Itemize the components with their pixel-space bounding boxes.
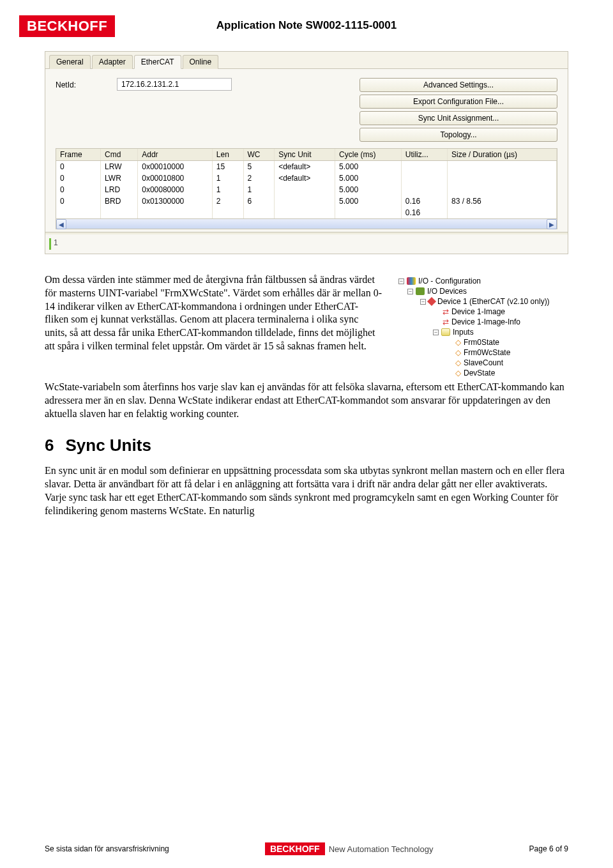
frame-table: FrameCmdAddrLenWCSync UnitCycle (ms)Util… [56, 149, 557, 218]
table-row[interactable]: 0BRD0x01300000265.0000.1683 / 8.56 [56, 195, 557, 207]
column-header[interactable]: Addr [138, 149, 213, 161]
paragraph-2: WcState-variabeln som återfinns hos varj… [45, 381, 568, 420]
table-cell [101, 207, 138, 218]
table-cell [447, 172, 556, 184]
table-row[interactable]: 0.16 [56, 207, 557, 218]
collapse-icon[interactable]: − [420, 299, 426, 305]
footer-tagline: New Automation Technology [329, 844, 434, 854]
table-cell: LRW [101, 161, 138, 173]
table-cell: 0.16 [401, 207, 447, 218]
table-cell: 15 [212, 161, 243, 173]
table-cell [447, 207, 556, 218]
tree-item[interactable]: −Inputs [398, 327, 566, 337]
table-cell: 5.000 [335, 195, 402, 207]
section-title: Sync Units [65, 436, 151, 455]
table-cell [275, 184, 335, 195]
netid-label: NetId: [56, 78, 100, 89]
tree-item-label: SlaveCount [464, 358, 503, 367]
footer-logo: BECKHOFF [265, 842, 325, 855]
collapse-icon[interactable]: − [398, 278, 404, 284]
collapse-icon[interactable]: − [433, 330, 439, 335]
tab-ethercat[interactable]: EtherCAT [134, 55, 181, 69]
table-cell: 1 [212, 184, 243, 195]
tree-item[interactable]: ◇DevState [398, 368, 566, 378]
table-cell: 5.000 [335, 161, 402, 173]
tree-item-label: Device 1-Image [451, 307, 505, 316]
paragraph-1: Om dessa värden inte stämmer med de åter… [45, 273, 382, 353]
column-header[interactable]: Size / Duration (µs) [447, 149, 556, 161]
tree-item[interactable]: ⇄Device 1-Image-Info [398, 317, 566, 327]
table-cell: 2 [212, 195, 243, 207]
export-configuration-file-button[interactable]: Export Configuration File... [359, 95, 557, 109]
table-cell [335, 207, 402, 218]
table-cell: 0 [56, 184, 101, 195]
scroll-right-button[interactable]: ▶ [547, 219, 557, 229]
table-cell: 0x00080000 [138, 184, 213, 195]
tree-item-label: Device 1 (EtherCAT (v2.10 only)) [437, 297, 550, 306]
tree-item[interactable]: −I/O - Configuration [398, 276, 566, 286]
table-cell: 5 [243, 161, 275, 173]
variable-icon: ◇ [455, 369, 461, 377]
image-link-icon: ⇄ [443, 317, 449, 326]
log-panel: 1 [45, 234, 568, 254]
table-cell: 0 [56, 161, 101, 173]
table-cell [243, 207, 275, 218]
table-row[interactable]: 0LRW0x00010000155<default>5.000 [56, 161, 557, 173]
table-row[interactable]: 0LWR0x0001080012<default>5.000 [56, 172, 557, 184]
table-cell: 5.000 [335, 184, 402, 195]
folder-icon [441, 328, 450, 336]
column-header[interactable]: WC [243, 149, 275, 161]
ethercat-settings-panel: GeneralAdapterEtherCATOnline NetId: 172.… [45, 51, 568, 254]
tab-online[interactable]: Online [183, 55, 219, 69]
table-cell: 0 [56, 195, 101, 207]
table-cell: 0x00010000 [138, 161, 213, 173]
advanced-settings-button[interactable]: Advanced Settings... [359, 78, 557, 92]
table-cell [275, 195, 335, 207]
collapse-icon[interactable]: − [407, 289, 413, 294]
table-cell: LRD [101, 184, 138, 195]
table-cell [212, 207, 243, 218]
column-header[interactable]: Frame [56, 149, 101, 161]
column-header[interactable]: Cmd [101, 149, 138, 161]
horizontal-scrollbar[interactable]: ◀ ▶ [56, 218, 557, 229]
table-cell: 1 [243, 184, 275, 195]
column-header[interactable]: Len [212, 149, 243, 161]
scroll-left-button[interactable]: ◀ [56, 219, 66, 229]
table-cell: 1 [212, 172, 243, 184]
variable-icon: ◇ [455, 358, 461, 367]
tree-item[interactable]: ◇Frm0State [398, 337, 566, 347]
column-header[interactable]: Cycle (ms) [335, 149, 402, 161]
footer-page-number: Page 6 of 9 [529, 844, 568, 853]
column-header[interactable]: Utiliz... [401, 149, 447, 161]
frame-table-wrap: FrameCmdAddrLenWCSync UnitCycle (ms)Util… [56, 148, 557, 229]
io-config-tree: −I/O - Configuration−I/O Devices−Device … [396, 273, 568, 381]
tree-item[interactable]: −Device 1 (EtherCAT (v2.10 only)) [398, 296, 566, 307]
brand-logo: BECKHOFF [19, 15, 115, 37]
table-cell [447, 184, 556, 195]
column-header[interactable]: Sync Unit [275, 149, 335, 161]
tree-item[interactable]: ⇄Device 1-Image [398, 307, 566, 317]
tree-item-label: Inputs [453, 328, 474, 337]
table-cell: <default> [275, 161, 335, 173]
table-cell: 0x00010800 [138, 172, 213, 184]
table-cell [401, 172, 447, 184]
image-link-icon: ⇄ [443, 307, 449, 316]
tree-item[interactable]: ◇Frm0WcState [398, 347, 566, 358]
topology-button[interactable]: Topology... [359, 128, 557, 142]
tree-item-label: I/O Devices [427, 287, 467, 296]
tree-item[interactable]: −I/O Devices [398, 286, 566, 296]
tab-general[interactable]: General [49, 55, 91, 69]
table-cell: 0.16 [401, 195, 447, 207]
table-cell: 6 [243, 195, 275, 207]
table-cell [275, 207, 335, 218]
netid-input[interactable]: 172.16.2.131.2.1 [117, 78, 232, 91]
tree-item[interactable]: ◇SlaveCount [398, 358, 566, 368]
table-cell [401, 184, 447, 195]
sync-unit-assignment-button[interactable]: Sync Unit Assignment... [359, 111, 557, 125]
section-heading: 6Sync Units [45, 436, 568, 455]
table-cell [401, 161, 447, 173]
tree-item-label: Frm0WcState [464, 348, 510, 357]
table-row[interactable]: 0LRD0x00080000115.000 [56, 184, 557, 195]
page-footer: Se sista sidan för ansvarsfriskrivning B… [45, 842, 568, 855]
tab-adapter[interactable]: Adapter [92, 55, 133, 69]
